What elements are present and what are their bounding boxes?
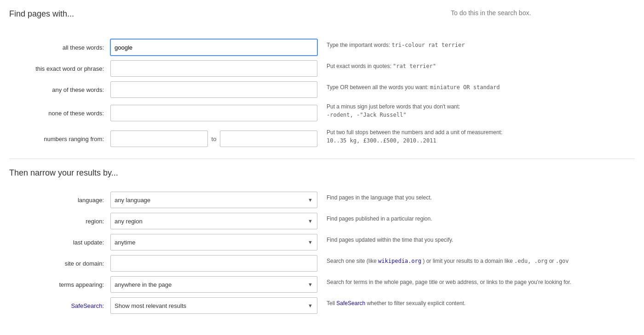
- site-domain-left: site or domain:: [9, 255, 317, 272]
- safesearch-hint-after: whether to filter sexually explicit cont…: [367, 300, 466, 307]
- exact-phrase-input[interactable]: [110, 60, 317, 77]
- any-words-hint: Type OR between all the words you want: …: [317, 83, 635, 96]
- terms-appearing-hint: Search for terms in the whole page, page…: [317, 278, 635, 291]
- region-select[interactable]: any region United States United Kingdom …: [110, 213, 317, 229]
- divider: [9, 159, 635, 159]
- exact-phrase-row: this exact word or phrase: Put exact wor…: [9, 60, 635, 77]
- terms-appearing-hint-text: Search for terms in the whole page, page…: [327, 278, 635, 286]
- safesearch-link[interactable]: SafeSearch: [71, 302, 102, 309]
- exact-phrase-hint-code: "rat terrier": [393, 63, 436, 69]
- any-words-hint-code: miniature OR standard: [430, 84, 500, 91]
- narrow-title: Then narrow your results by...: [9, 168, 118, 178]
- last-update-select[interactable]: anytime past 24 hours past week past mon…: [110, 234, 317, 250]
- site-domain-hint-after: or: [549, 258, 556, 264]
- none-words-hint: Put a minus sign just before words that …: [317, 102, 635, 124]
- numbers-hint: Put two full stops between the numbers a…: [317, 128, 635, 149]
- safesearch-select-wrapper: Show most relevant results Filter explic…: [110, 297, 317, 314]
- terms-appearing-select-wrapper: anywhere in the page in the title of the…: [110, 276, 317, 293]
- safesearch-select[interactable]: Show most relevant results Filter explic…: [110, 297, 317, 314]
- header-left: Find pages with...: [9, 9, 442, 30]
- site-domain-label: site or domain:: [9, 260, 110, 267]
- exact-phrase-label: this exact word or phrase:: [9, 65, 110, 72]
- safesearch-hint-before: Tell: [327, 300, 336, 307]
- page-container: Find pages with... To do this in the sea…: [9, 9, 635, 314]
- all-words-input[interactable]: [110, 39, 317, 56]
- none-words-row: none of these words: Put a minus sign ju…: [9, 102, 635, 124]
- all-words-hint-code: tri-colour rat terrier: [391, 42, 465, 48]
- terms-appearing-label: terms appearing:: [9, 281, 110, 288]
- numbers-hint-code: 10..35 kg, £300..£500, 2010..2011: [327, 137, 436, 144]
- any-words-input[interactable]: [110, 81, 317, 98]
- all-words-left: all these words:: [9, 39, 317, 56]
- all-words-hint: Type the important words: tri-colour rat…: [317, 41, 635, 54]
- any-words-row: any of these words: Type OR between all …: [9, 81, 635, 98]
- safesearch-label-container: SafeSearch:: [9, 302, 110, 309]
- all-words-row: all these words: Type the important word…: [9, 39, 635, 56]
- number-to-input[interactable]: [220, 131, 317, 147]
- language-label: language:: [9, 197, 110, 204]
- language-hint-text: Find pages in the language that you sele…: [327, 193, 635, 202]
- exact-phrase-left: this exact word or phrase:: [9, 60, 317, 77]
- region-select-wrapper: any region United States United Kingdom …: [110, 213, 317, 229]
- last-update-hint-text: Find pages updated within the time that …: [327, 236, 635, 244]
- last-update-label: last update:: [9, 239, 110, 246]
- header-right: To do this in the search box.: [442, 9, 635, 30]
- safesearch-hint-link[interactable]: SafeSearch: [336, 300, 365, 307]
- site-domain-input[interactable]: [110, 255, 317, 272]
- region-label: region:: [9, 218, 110, 225]
- none-words-left: none of these words:: [9, 105, 317, 121]
- to-label: to: [212, 136, 217, 142]
- region-left: region: any region United States United …: [9, 213, 317, 229]
- last-update-select-wrapper: anytime past 24 hours past week past mon…: [110, 234, 317, 250]
- narrow-title-row: Then narrow your results by...: [9, 168, 635, 187]
- site-domain-hint-before: Search one site (like: [327, 258, 378, 264]
- terms-appearing-row: terms appearing: anywhere in the page in…: [9, 276, 635, 293]
- safesearch-colon: :: [102, 302, 104, 309]
- safesearch-hint: Tell SafeSearch whether to filter sexual…: [317, 299, 635, 312]
- all-words-label: all these words:: [9, 44, 110, 51]
- last-update-row: last update: anytime past 24 hours past …: [9, 234, 635, 250]
- none-words-label: none of these words:: [9, 110, 110, 117]
- any-words-left: any of these words:: [9, 81, 317, 98]
- any-words-label: any of these words:: [9, 86, 110, 93]
- language-row: language: any language English French Ge…: [9, 192, 635, 208]
- safesearch-row: SafeSearch: Show most relevant results F…: [9, 297, 635, 314]
- site-domain-hint-code3: .gov: [556, 258, 569, 264]
- any-words-hint-text: Type OR between all the words you want:: [327, 84, 428, 91]
- terms-appearing-select[interactable]: anywhere in the page in the title of the…: [110, 276, 317, 293]
- numbers-row: numbers ranging from: to Put two full st…: [9, 128, 635, 149]
- numbers-left: numbers ranging from: to: [9, 131, 317, 147]
- site-domain-hint-mid: ) or limit your results to a domain like: [423, 258, 514, 264]
- terms-appearing-left: terms appearing: anywhere in the page in…: [9, 276, 317, 293]
- region-hint-text: Find pages published in a particular reg…: [327, 215, 635, 223]
- number-from-input[interactable]: [110, 131, 208, 147]
- exact-phrase-hint: Put exact words in quotes: "rat terrier": [317, 62, 635, 75]
- all-words-hint-text: Type the important words:: [327, 42, 390, 48]
- site-domain-row: site or domain: Search one site (like wi…: [9, 255, 635, 272]
- none-words-hint-text: Put a minus sign just before words that …: [327, 103, 460, 110]
- safesearch-left: SafeSearch: Show most relevant results F…: [9, 297, 317, 314]
- last-update-left: last update: anytime past 24 hours past …: [9, 234, 317, 250]
- last-update-hint: Find pages updated within the time that …: [317, 236, 635, 249]
- page-title: Find pages with...: [9, 9, 442, 19]
- region-hint: Find pages published in a particular reg…: [317, 215, 635, 227]
- none-words-input[interactable]: [110, 105, 317, 121]
- site-domain-hint: Search one site (like wikipedia.org ) or…: [317, 257, 635, 270]
- exact-phrase-hint-text: Put exact words in quotes:: [327, 63, 391, 69]
- language-select[interactable]: any language English French German Spani…: [110, 192, 317, 208]
- numbers-hint-text: Put two full stops between the numbers a…: [327, 129, 502, 136]
- number-range: to: [110, 131, 317, 147]
- header-row: Find pages with... To do this in the sea…: [9, 9, 635, 30]
- language-hint: Find pages in the language that you sele…: [317, 193, 635, 206]
- numbers-label: numbers ranging from:: [9, 136, 110, 142]
- none-words-hint-code: -rodent, -"Jack Russell": [327, 112, 406, 118]
- site-domain-hint-code2: .edu, .org: [514, 258, 547, 264]
- region-row: region: any region United States United …: [9, 213, 635, 229]
- language-left: language: any language English French Ge…: [9, 192, 317, 208]
- language-select-wrapper: any language English French German Spani…: [110, 192, 317, 208]
- do-this-title: To do this in the search box.: [451, 9, 531, 17]
- wikipedia-link[interactable]: wikipedia.org: [378, 258, 421, 264]
